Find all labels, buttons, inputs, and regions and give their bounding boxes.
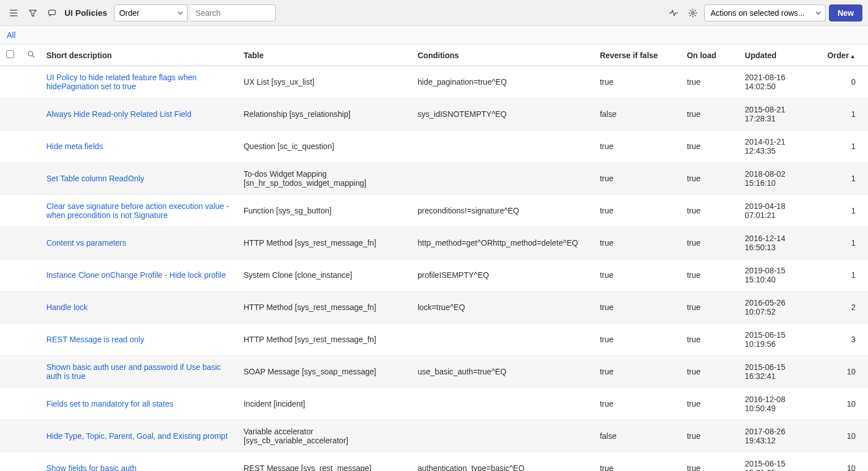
cell-short-description: UI Policy to hide related feature flags … bbox=[42, 66, 239, 98]
row-spacer-cell bbox=[21, 452, 42, 472]
cell-table: Function [sys_sg_button] bbox=[239, 195, 413, 227]
row-checkbox-cell bbox=[0, 259, 21, 291]
table-row: Clear save signature before action execu… bbox=[0, 195, 868, 227]
cell-updated: 2015-06-15 15:31:05 bbox=[740, 452, 815, 472]
search-field-select[interactable]: Order bbox=[114, 5, 188, 21]
record-link[interactable]: REST Message is read only bbox=[46, 335, 144, 344]
new-button[interactable]: New bbox=[829, 5, 862, 21]
cell-conditions: sys_idISNOTEMPTY^EQ bbox=[413, 98, 595, 130]
header-order[interactable]: Order▲ bbox=[816, 45, 868, 66]
table-row: Handle lockHTTP Method [sys_rest_message… bbox=[0, 291, 868, 324]
cell-order: 10 bbox=[816, 356, 868, 388]
record-link[interactable]: Shown basic auth user and password if Us… bbox=[46, 363, 221, 381]
cell-on-load: true bbox=[682, 195, 740, 227]
cell-conditions: hide_pagination=true^EQ bbox=[413, 66, 595, 98]
cell-order: 3 bbox=[816, 324, 868, 356]
record-link[interactable]: Show fields for basic auth bbox=[46, 464, 137, 471]
cell-order: 10 bbox=[816, 420, 868, 452]
search-input[interactable] bbox=[191, 5, 276, 21]
record-link[interactable]: Fields set to mandatory for all states bbox=[46, 399, 173, 408]
row-checkbox-cell bbox=[0, 130, 21, 163]
header-table[interactable]: Table bbox=[239, 45, 413, 66]
cell-reverse-if-false: true bbox=[595, 195, 682, 227]
header-conditions[interactable]: Conditions bbox=[413, 45, 595, 66]
cell-order: 1 bbox=[816, 227, 868, 259]
record-link[interactable]: Hide Type, Topic, Parent, Goal, and Exis… bbox=[46, 431, 228, 441]
row-spacer-cell bbox=[21, 130, 42, 163]
cell-conditions bbox=[413, 324, 595, 356]
cell-short-description: Hide Type, Topic, Parent, Goal, and Exis… bbox=[42, 420, 239, 452]
cell-conditions: http_method=get^ORhttp_method=delete^EQ bbox=[413, 227, 595, 259]
filter-icon[interactable] bbox=[25, 5, 41, 21]
record-link[interactable]: Set Table column ReadOnly bbox=[46, 174, 144, 183]
row-checkbox-cell bbox=[0, 66, 21, 98]
cell-updated: 2015-06-15 16:32:41 bbox=[740, 356, 815, 388]
cell-updated: 2021-08-16 14:02:50 bbox=[740, 66, 815, 98]
actions-select[interactable]: Actions on selected rows... bbox=[704, 5, 826, 21]
row-spacer-cell bbox=[21, 195, 42, 227]
cell-table: HTTP Method [sys_rest_message_fn] bbox=[239, 227, 413, 259]
gear-icon[interactable] bbox=[685, 5, 701, 21]
row-checkbox-cell bbox=[0, 420, 21, 452]
cell-conditions: preconditions!=signature^EQ bbox=[413, 195, 595, 227]
table-row: Always Hide Read-only Related List Field… bbox=[0, 98, 868, 130]
cell-table: Relationship [sys_relationship] bbox=[239, 98, 413, 130]
actions-select-wrap: Actions on selected rows... bbox=[704, 5, 826, 21]
cell-order: 1 bbox=[816, 130, 868, 163]
breadcrumb-all[interactable]: All bbox=[7, 30, 16, 40]
table-row: Show fields for basic authREST Message [… bbox=[0, 452, 868, 472]
row-spacer-cell bbox=[21, 324, 42, 356]
svg-point-1 bbox=[692, 11, 694, 14]
cell-updated: 2015-08-21 17:28:31 bbox=[740, 98, 815, 130]
cell-reverse-if-false: true bbox=[595, 130, 682, 163]
cell-order: 0 bbox=[816, 66, 868, 98]
cell-conditions: use_basic_auth=true^EQ bbox=[413, 356, 595, 388]
row-spacer-cell bbox=[21, 66, 42, 98]
record-link[interactable]: Always Hide Read-only Related List Field bbox=[46, 110, 192, 119]
cell-on-load: true bbox=[682, 130, 740, 163]
table-row: Hide meta fieldsQuestion [sc_ic_question… bbox=[0, 130, 868, 163]
header-select-all[interactable] bbox=[0, 45, 21, 66]
cell-updated: 2019-08-15 15:10:40 bbox=[740, 259, 815, 291]
cell-table: To-dos Widget Mapping [sn_hr_sp_todos_wi… bbox=[239, 163, 413, 195]
cell-reverse-if-false: true bbox=[595, 356, 682, 388]
row-spacer-cell bbox=[21, 98, 42, 130]
list-toolbar: UI Policies Order Actions on selected ro… bbox=[0, 0, 868, 26]
cell-short-description: Show fields for basic auth bbox=[42, 452, 239, 472]
cell-short-description: Clear save signature before action execu… bbox=[42, 195, 239, 227]
search-icon bbox=[27, 51, 35, 60]
cell-on-load: true bbox=[682, 66, 740, 98]
menu-icon[interactable] bbox=[6, 5, 21, 21]
record-link[interactable]: UI Policy to hide related feature flags … bbox=[46, 73, 197, 91]
header-search-icon[interactable] bbox=[21, 45, 42, 66]
cell-on-load: true bbox=[682, 388, 740, 420]
header-short-description[interactable]: Short description bbox=[42, 45, 239, 66]
cell-updated: 2014-01-21 12:43:35 bbox=[740, 130, 815, 163]
record-link[interactable]: Hide meta fields bbox=[46, 142, 103, 151]
header-reverse-if-false[interactable]: Reverse if false bbox=[595, 45, 682, 66]
chat-icon[interactable] bbox=[44, 5, 60, 21]
cell-on-load: true bbox=[682, 420, 740, 452]
cell-reverse-if-false: true bbox=[595, 227, 682, 259]
record-link[interactable]: Handle lock bbox=[46, 303, 88, 312]
activity-icon[interactable] bbox=[666, 5, 682, 21]
cell-short-description: Content vs parameters bbox=[42, 227, 239, 259]
table-row: Shown basic auth user and password if Us… bbox=[0, 356, 868, 388]
row-spacer-cell bbox=[21, 291, 42, 324]
table-header-row: Short description Table Conditions Rever… bbox=[0, 45, 868, 66]
cell-table: SOAP Message [sys_soap_message] bbox=[239, 356, 413, 388]
cell-conditions bbox=[413, 163, 595, 195]
cell-on-load: true bbox=[682, 163, 740, 195]
search-field-select-wrap: Order bbox=[114, 5, 188, 21]
cell-reverse-if-false: true bbox=[595, 259, 682, 291]
select-all-checkbox[interactable] bbox=[6, 50, 14, 58]
record-link[interactable]: Instance Clone onChange Profile - Hide l… bbox=[46, 271, 226, 280]
header-updated[interactable]: Updated bbox=[740, 45, 815, 66]
cell-reverse-if-false: true bbox=[595, 163, 682, 195]
header-order-label: Order bbox=[827, 51, 849, 60]
cell-short-description: Instance Clone onChange Profile - Hide l… bbox=[42, 259, 239, 291]
cell-short-description: Set Table column ReadOnly bbox=[42, 163, 239, 195]
record-link[interactable]: Clear save signature before action execu… bbox=[46, 202, 229, 220]
header-on-load[interactable]: On load bbox=[682, 45, 740, 66]
record-link[interactable]: Content vs parameters bbox=[46, 238, 127, 247]
